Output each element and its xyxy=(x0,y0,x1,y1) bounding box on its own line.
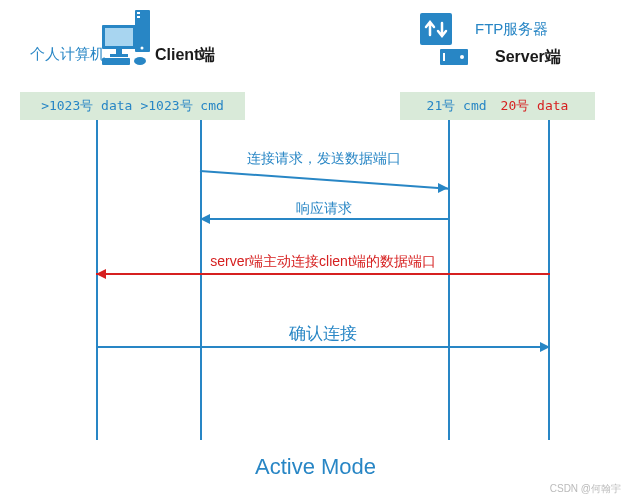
server-data-port: 20号 data xyxy=(501,97,569,115)
arrow-2-head xyxy=(200,214,210,224)
arrow-1-head xyxy=(438,183,448,193)
diagram-title: Active Mode xyxy=(0,454,631,480)
diagram-container: 个人计算机 Client端 FTP服务器 Server端 >1023号 data… xyxy=(0,0,631,500)
client-cmd-port: >1023号 cmd xyxy=(140,97,223,115)
client-ports: >1023号 data >1023号 cmd xyxy=(20,92,245,120)
server-arrows-icon xyxy=(420,13,468,72)
server-role: Server端 xyxy=(495,47,561,68)
lifeline-server-cmd xyxy=(448,120,450,440)
svg-point-9 xyxy=(134,57,146,65)
lifeline-server-data xyxy=(548,120,550,440)
client-label: 个人计算机 xyxy=(30,45,105,64)
arrow-4-head xyxy=(540,342,550,352)
svg-rect-1 xyxy=(105,28,133,46)
lifeline-client-cmd xyxy=(200,120,202,440)
svg-rect-3 xyxy=(110,54,128,57)
arrow-1 xyxy=(200,170,449,190)
svg-rect-6 xyxy=(137,16,140,18)
arrow-3-head xyxy=(96,269,106,279)
computer-icon xyxy=(102,10,150,69)
arrow-3 xyxy=(96,273,550,275)
arrow-4 xyxy=(96,346,550,348)
svg-point-13 xyxy=(460,55,464,59)
svg-rect-5 xyxy=(137,12,140,14)
watermark: CSDN @何翰宇 xyxy=(550,482,621,496)
svg-rect-12 xyxy=(443,53,445,61)
server-cmd-port: 21号 cmd xyxy=(427,97,487,115)
svg-point-7 xyxy=(141,47,144,50)
client-role: Client端 xyxy=(155,45,215,66)
svg-rect-2 xyxy=(116,49,122,54)
client-data-port: >1023号 data xyxy=(41,97,132,115)
lifeline-client-data xyxy=(96,120,98,440)
msg-connect-request: 连接请求，发送数据端口 xyxy=(200,150,448,168)
msg-response: 响应请求 xyxy=(200,200,448,218)
server-label: FTP服务器 xyxy=(475,20,548,39)
msg-confirm: 确认连接 xyxy=(96,322,550,345)
server-ports: 21号 cmd 20号 data xyxy=(400,92,595,120)
arrow-2 xyxy=(200,218,448,220)
svg-rect-10 xyxy=(420,13,452,45)
msg-server-connect: server端主动连接client端的数据端口 xyxy=(96,253,550,271)
svg-rect-8 xyxy=(102,58,130,65)
